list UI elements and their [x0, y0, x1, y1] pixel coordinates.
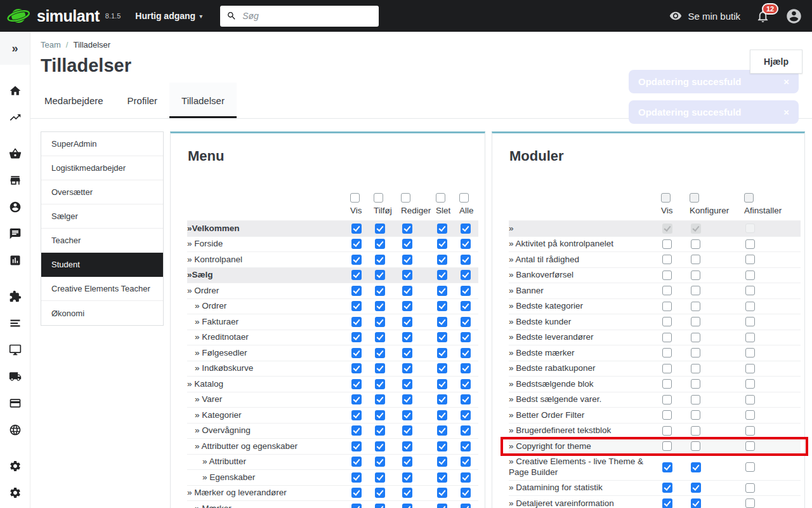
vis-checkbox[interactable] [662, 498, 672, 508]
vis-checkbox[interactable] [351, 224, 362, 234]
tilfoj-checkbox[interactable] [375, 379, 385, 389]
vis-checkbox[interactable] [351, 348, 362, 358]
rediger-checkbox[interactable] [402, 332, 412, 342]
slet-checkbox[interactable] [437, 394, 447, 404]
vis-checkbox[interactable] [662, 379, 672, 389]
vis-checkbox[interactable] [351, 255, 362, 265]
alle-checkbox[interactable] [461, 317, 471, 327]
konfigurer-checkbox[interactable] [691, 379, 700, 389]
slet-checkbox[interactable] [437, 286, 447, 296]
vis-checkbox[interactable] [351, 379, 362, 389]
afinstaller-checkbox[interactable] [745, 379, 755, 389]
alle-checkbox[interactable] [461, 286, 471, 296]
vis-checkbox[interactable] [662, 271, 672, 280]
select-all-vis-checkbox[interactable] [350, 193, 360, 203]
sidebar-item-gear-advanced[interactable] [0, 479, 30, 506]
afinstaller-checkbox[interactable] [745, 498, 755, 508]
quick-access-menu[interactable]: Hurtig adgang ▾ [135, 11, 202, 21]
tilfoj-checkbox[interactable] [375, 363, 385, 373]
rediger-checkbox[interactable] [402, 410, 412, 420]
vis-checkbox[interactable] [351, 270, 362, 280]
vis-checkbox[interactable] [351, 239, 362, 249]
view-shop-link[interactable]: Se min butik [669, 10, 740, 22]
alle-checkbox[interactable] [461, 394, 471, 404]
afinstaller-checkbox[interactable] [745, 364, 755, 373]
konfigurer-checkbox[interactable] [691, 302, 700, 311]
tab-tilladelser[interactable]: Tilladelser [169, 83, 237, 118]
alle-checkbox[interactable] [461, 379, 471, 389]
afinstaller-checkbox[interactable] [745, 441, 755, 451]
vis-checkbox[interactable] [351, 301, 362, 311]
slet-checkbox[interactable] [437, 239, 447, 249]
rediger-checkbox[interactable] [402, 425, 412, 436]
rediger-checkbox[interactable] [402, 457, 412, 467]
toast-close-icon[interactable]: × [783, 107, 789, 117]
alle-checkbox[interactable] [461, 348, 471, 358]
slet-checkbox[interactable] [437, 504, 447, 508]
vis-checkbox[interactable] [662, 286, 672, 295]
alle-checkbox[interactable] [461, 441, 471, 451]
help-button[interactable]: Hjælp [750, 50, 802, 74]
select-all-slet-checkbox[interactable] [436, 193, 445, 203]
sidebar-item-bar-chart[interactable] [0, 247, 30, 274]
profile-avatar-button[interactable] [785, 8, 802, 25]
vis-checkbox[interactable] [351, 504, 362, 508]
sidebar-item-customers[interactable] [0, 194, 30, 220]
sidebar-item-chat[interactable] [0, 220, 30, 247]
konfigurer-checkbox[interactable] [691, 286, 700, 295]
rediger-checkbox[interactable] [402, 286, 412, 296]
rediger-checkbox[interactable] [402, 441, 412, 451]
rediger-checkbox[interactable] [402, 317, 412, 327]
profile-item-oversaetter[interactable]: Oversætter [41, 180, 163, 204]
tilfoj-checkbox[interactable] [375, 301, 385, 311]
select-all-tilfoj-checkbox[interactable] [374, 193, 383, 203]
slet-checkbox[interactable] [437, 317, 447, 327]
profile-item-logistikmedarbejder[interactable]: Logistikmedarbejder [41, 156, 163, 180]
select-all-rediger-checkbox[interactable] [401, 193, 410, 203]
select-all-alle-checkbox[interactable] [459, 193, 469, 203]
rediger-checkbox[interactable] [402, 255, 412, 265]
slet-checkbox[interactable] [437, 363, 447, 373]
tilfoj-checkbox[interactable] [375, 425, 385, 436]
afinstaller-checkbox[interactable] [745, 348, 755, 358]
slet-checkbox[interactable] [437, 441, 447, 451]
sidebar-item-monitor[interactable] [0, 337, 30, 363]
rediger-checkbox[interactable] [402, 301, 412, 311]
tilfoj-checkbox[interactable] [375, 504, 385, 508]
konfigurer-checkbox[interactable] [691, 426, 700, 436]
afinstaller-checkbox[interactable] [745, 395, 755, 404]
brand[interactable]: simulant [0, 4, 100, 27]
konfigurer-checkbox[interactable] [691, 498, 701, 508]
alle-checkbox[interactable] [461, 270, 471, 280]
vis-checkbox[interactable] [662, 317, 672, 326]
afinstaller-checkbox[interactable] [745, 302, 755, 311]
alle-checkbox[interactable] [461, 488, 471, 498]
vis-checkbox[interactable] [351, 457, 362, 467]
sidebar-item-credit-card[interactable] [0, 390, 30, 417]
afinstaller-checkbox[interactable] [745, 255, 755, 264]
tab-medarbejdere[interactable]: Medarbejdere [32, 83, 115, 118]
profile-item-teacher[interactable]: Teacher [41, 229, 163, 253]
konfigurer-checkbox[interactable] [691, 255, 700, 264]
tilfoj-checkbox[interactable] [375, 410, 385, 420]
afinstaller-checkbox[interactable] [745, 317, 755, 326]
tab-profiler[interactable]: Profiler [115, 83, 170, 118]
vis-checkbox[interactable] [662, 255, 672, 264]
vis-checkbox[interactable] [351, 410, 362, 420]
notifications-button[interactable]: 12 [756, 9, 770, 23]
vis-checkbox[interactable] [662, 348, 672, 358]
alle-checkbox[interactable] [461, 332, 471, 342]
rediger-checkbox[interactable] [402, 488, 412, 498]
rediger-checkbox[interactable] [402, 379, 412, 389]
slet-checkbox[interactable] [437, 425, 447, 436]
konfigurer-checkbox[interactable] [691, 441, 700, 451]
konfigurer-checkbox[interactable] [691, 271, 700, 280]
slet-checkbox[interactable] [437, 332, 447, 342]
konfigurer-checkbox[interactable] [691, 410, 700, 420]
slet-checkbox[interactable] [437, 224, 447, 234]
rediger-checkbox[interactable] [402, 224, 412, 234]
afinstaller-checkbox[interactable] [745, 483, 755, 493]
tilfoj-checkbox[interactable] [375, 255, 385, 265]
search-input[interactable] [242, 11, 372, 21]
vis-checkbox[interactable] [351, 332, 362, 342]
